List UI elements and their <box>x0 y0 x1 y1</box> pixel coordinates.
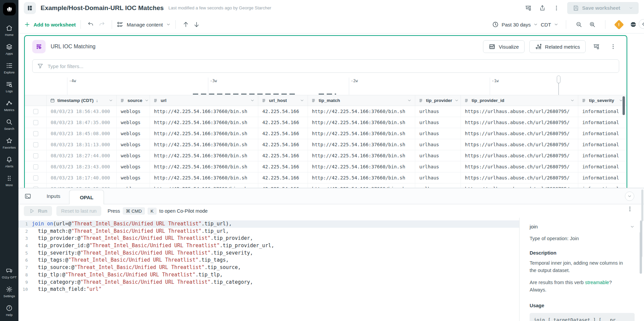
docs-verb-header[interactable]: join <box>530 224 635 230</box>
tab-inputs[interactable]: Inputs <box>38 193 69 199</box>
table-row[interactable]: 08/03/23 18:12:15.000weblogshttp://42.22… <box>25 183 627 188</box>
reset-to-last-run-button[interactable]: Reset to last run <box>56 206 101 216</box>
sidebar-item-explore[interactable]: Explore <box>0 58 18 77</box>
code-line[interactable]: 9 tip_category:@"Threat_Intel_Basic/Unif… <box>18 279 519 286</box>
collapse-right-rail-button[interactable] <box>639 19 644 29</box>
code-line[interactable]: 6 tip_tags:@"Threat_Intel_Basic/Unified … <box>18 257 519 264</box>
table-row[interactable]: 08/03/23 18:27:44.000weblogshttp://42.22… <box>25 150 627 161</box>
sidebar-item-home[interactable]: Home <box>0 21 18 40</box>
move-up-button[interactable] <box>180 19 191 30</box>
manage-content-button[interactable]: Manage content <box>117 21 171 28</box>
code-line[interactable]: 2 tip_match:@"Threat_Intel_Basic/Unified… <box>18 228 519 235</box>
column-header-timestamp-cdt-[interactable]: timestamp (CDT)↓ <box>47 95 117 106</box>
opal-editor[interactable]: 1join on(url=@"Threat_Intel_Basic/Unifie… <box>18 218 519 321</box>
sidebar-item-search[interactable]: Search <box>0 115 18 133</box>
add-to-dashboard-button[interactable] <box>522 2 534 14</box>
code-line[interactable]: 7 tip_source:@"Threat_Intel_Basic/Unifie… <box>18 264 519 271</box>
code-line[interactable]: 1join on(url=@"Threat_Intel_Basic/Unifie… <box>18 220 519 228</box>
column-header-tip-severity[interactable]: tip_severity <box>578 95 627 106</box>
time-histogram[interactable]: -4w-3w-2w-1w <box>25 75 627 95</box>
row-checkbox[interactable] <box>33 120 38 125</box>
column-header-url[interactable]: url <box>150 95 258 106</box>
docs-scrollbar[interactable] <box>640 232 642 274</box>
chevron-down-icon[interactable] <box>300 98 304 103</box>
table-row[interactable]: 08/03/23 18:45:08.000weblogshttp://42.22… <box>25 128 627 139</box>
docs-operation-type: Type of operation: Join <box>530 236 635 241</box>
observe-logo[interactable] <box>3 3 16 15</box>
cell: http://42.225.54.166:37660/bin.sh <box>150 128 258 139</box>
zoom-out-button[interactable] <box>574 19 584 30</box>
timezone-picker[interactable]: CDT <box>541 22 558 28</box>
time-brush-handle[interactable] <box>557 75 560 83</box>
stage-card-url-ioc-matching[interactable]: URL IOC Matching Visualize Related metri… <box>24 35 627 188</box>
chevron-down-icon[interactable] <box>145 98 149 103</box>
row-checkbox[interactable] <box>33 109 38 114</box>
stop-query-button[interactable]: STOP <box>628 19 639 30</box>
row-checkbox[interactable] <box>33 153 38 158</box>
code-line[interactable]: 5 tip_severity:@"Threat_Intel_Basic/Unif… <box>18 250 519 257</box>
header-kebab-menu[interactable] <box>550 2 562 14</box>
app-root: HomeAppsExploreLogsMetricsSearchFavorite… <box>0 0 644 321</box>
column-header-tip-provider[interactable]: tip_provider <box>415 95 461 106</box>
row-checkbox[interactable] <box>33 175 38 180</box>
column-header-url-host[interactable]: url_host <box>258 95 308 106</box>
row-checkbox[interactable] <box>33 164 38 169</box>
zoom-in-button[interactable] <box>587 19 598 30</box>
code-line[interactable]: 4 tip_provider_id:@"Threat_Intel_Basic/U… <box>18 242 519 250</box>
table-row[interactable]: 08/03/23 18:23:43.000weblogshttp://42.22… <box>25 161 627 172</box>
table-row[interactable]: 08/03/23 18:31:13.000weblogshttp://42.22… <box>25 139 627 150</box>
add-to-worksheet-button[interactable]: Add to worksheet <box>24 21 76 28</box>
run-button[interactable]: Run <box>24 206 52 216</box>
play-icon <box>29 208 35 214</box>
tab-opal[interactable]: OPAL <box>69 190 104 204</box>
zoom-out-icon <box>576 21 582 28</box>
undo-button[interactable] <box>86 19 96 30</box>
chevron-down-icon[interactable] <box>454 98 459 103</box>
runbar-kebab-menu[interactable] <box>627 206 633 212</box>
sidebar-item-more[interactable]: More <box>0 171 18 190</box>
save-worksheet-button[interactable]: Save worksheet <box>567 2 639 14</box>
sidebar-item-metrics[interactable]: Metrics <box>0 96 18 115</box>
filter-input[interactable] <box>47 63 614 69</box>
table-row[interactable]: 08/03/23 18:56:43.000weblogshttp://42.22… <box>25 106 627 117</box>
table-row[interactable]: 08/03/23 18:17:40.000weblogshttp://42.22… <box>25 172 627 183</box>
sidebar-item-alerts[interactable]: Alerts <box>0 152 18 171</box>
sidebar-item-logs[interactable]: Logs <box>0 77 18 96</box>
line-number: 9 <box>18 279 32 286</box>
window-scrollbar[interactable] <box>641 190 643 221</box>
cell: informational <box>578 150 627 161</box>
code-line[interactable]: 8 tip_tlp:@"Threat_Intel_Basic/Unified U… <box>18 271 519 279</box>
table-row[interactable]: 08/03/23 18:47:35.000weblogshttp://42.22… <box>25 117 627 128</box>
chevron-down-icon[interactable] <box>109 98 113 103</box>
collapse-panel-button[interactable] <box>625 192 634 201</box>
table-scrollbar[interactable] <box>623 96 625 115</box>
row-checkbox[interactable] <box>33 131 38 136</box>
column-header-tip-match[interactable]: tip_match <box>308 95 415 106</box>
code-line[interactable]: 10 tip_match_field:"url" <box>18 286 519 293</box>
sidebar-item-label: Settings <box>3 294 15 298</box>
share-button[interactable] <box>536 2 548 14</box>
related-metrics-button[interactable]: Related metrics <box>529 40 586 53</box>
sidebar-item-favorites[interactable]: Favorites <box>0 133 18 152</box>
move-down-button[interactable] <box>191 19 202 30</box>
stage-kebab-menu[interactable] <box>607 41 619 52</box>
sidebar-nav-bottom: O11y GPTSettings?Help <box>0 263 18 320</box>
warning-indicator[interactable]: ! <box>614 19 624 30</box>
column-header-source[interactable]: source <box>117 95 150 106</box>
chevron-down-icon[interactable] <box>570 98 575 103</box>
column-header-tip-provider-id[interactable]: tip_provider_id <box>461 95 578 106</box>
sidebar-item-help[interactable]: ?Help <box>0 301 18 320</box>
code-line[interactable]: 3 tip_provider:@"Threat_Intel_Basic/Unif… <box>18 235 519 242</box>
docs-verb-name: join <box>530 224 538 230</box>
streamable-link[interactable]: streamable <box>585 280 609 285</box>
visualize-button[interactable]: Visualize <box>483 40 525 53</box>
sidebar-item-apps[interactable]: Apps <box>0 40 18 58</box>
chevron-down-icon[interactable] <box>407 98 412 103</box>
time-range-picker[interactable]: Past 30 days <box>492 21 538 28</box>
redo-button[interactable] <box>96 19 107 30</box>
sidebar-item-settings[interactable]: Settings <box>0 282 18 301</box>
chevron-down-icon[interactable] <box>250 98 255 103</box>
stage-board-add-button[interactable] <box>590 41 602 52</box>
row-checkbox[interactable] <box>33 142 38 147</box>
sidebar-item-o11y-gpt[interactable]: O11y GPT <box>0 263 18 282</box>
